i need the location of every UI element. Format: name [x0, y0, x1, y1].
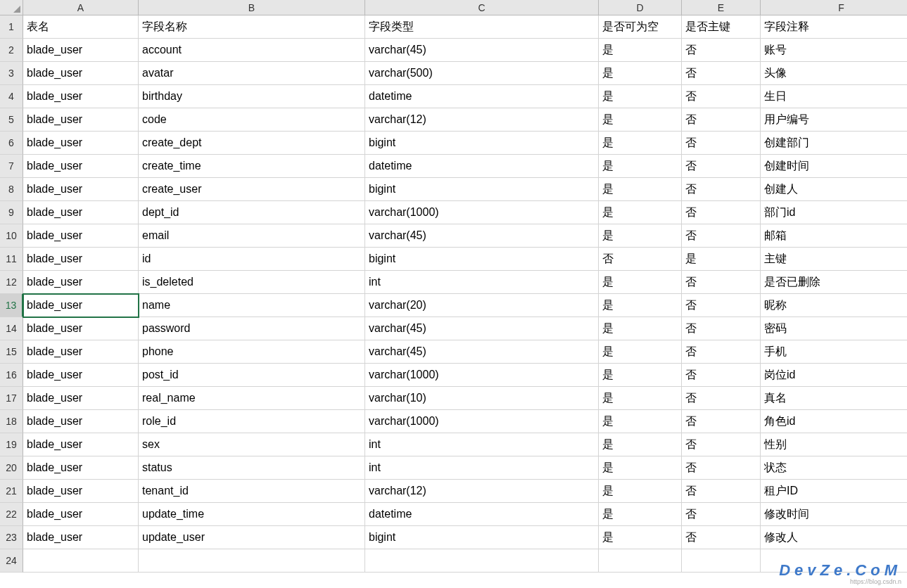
cell-E7[interactable]: 否 — [682, 155, 761, 178]
cell-F12[interactable]: 是否已删除 — [761, 271, 907, 294]
cell-C13[interactable]: varchar(20) — [365, 294, 599, 317]
cell-D17[interactable]: 是 — [599, 387, 682, 410]
cell-B24[interactable] — [139, 549, 365, 573]
cell-D9[interactable]: 是 — [599, 201, 682, 224]
row-header-21[interactable]: 21 — [0, 480, 23, 503]
cell-E18[interactable]: 否 — [682, 410, 761, 433]
cell-E8[interactable]: 否 — [682, 178, 761, 201]
cell-D22[interactable]: 是 — [599, 503, 682, 526]
cell-D21[interactable]: 是 — [599, 480, 682, 503]
cell-B6[interactable]: create_dept — [139, 132, 365, 155]
row-header-20[interactable]: 20 — [0, 456, 23, 480]
cell-B15[interactable]: phone — [139, 340, 365, 364]
cell-D20[interactable]: 是 — [599, 456, 682, 480]
row-header-10[interactable]: 10 — [0, 224, 23, 248]
cell-E11[interactable]: 是 — [682, 248, 761, 271]
cell-C7[interactable]: datetime — [365, 155, 599, 178]
cell-E24[interactable] — [682, 549, 761, 573]
cell-F7[interactable]: 创建时间 — [761, 155, 907, 178]
row-header-19[interactable]: 19 — [0, 433, 23, 456]
cell-B17[interactable]: real_name — [139, 387, 365, 410]
cell-F15[interactable]: 手机 — [761, 340, 907, 364]
cell-C16[interactable]: varchar(1000) — [365, 364, 599, 387]
cell-E6[interactable]: 否 — [682, 132, 761, 155]
cell-A20[interactable]: blade_user — [23, 456, 139, 480]
column-header-D[interactable]: D — [599, 0, 682, 15]
cell-D10[interactable]: 是 — [599, 224, 682, 248]
column-header-A[interactable]: A — [23, 0, 139, 15]
cell-F2[interactable]: 账号 — [761, 39, 907, 62]
cell-A8[interactable]: blade_user — [23, 178, 139, 201]
cell-C2[interactable]: varchar(45) — [365, 39, 599, 62]
cell-E2[interactable]: 否 — [682, 39, 761, 62]
cell-F8[interactable]: 创建人 — [761, 178, 907, 201]
cell-A5[interactable]: blade_user — [23, 108, 139, 132]
cell-A18[interactable]: blade_user — [23, 410, 139, 433]
cell-A2[interactable]: blade_user — [23, 39, 139, 62]
cell-F11[interactable]: 主键 — [761, 248, 907, 271]
cell-C23[interactable]: bigint — [365, 526, 599, 549]
row-header-3[interactable]: 3 — [0, 62, 23, 85]
cell-B3[interactable]: avatar — [139, 62, 365, 85]
cell-A15[interactable]: blade_user — [23, 340, 139, 364]
cell-B2[interactable]: account — [139, 39, 365, 62]
spreadsheet-grid[interactable]: ABCDEF1表名字段名称字段类型是否可为空是否主键字段注释2blade_use… — [0, 0, 907, 588]
cell-C5[interactable]: varchar(12) — [365, 108, 599, 132]
cell-B20[interactable]: status — [139, 456, 365, 480]
cell-A19[interactable]: blade_user — [23, 433, 139, 456]
cell-C1[interactable]: 字段类型 — [365, 15, 599, 39]
cell-C8[interactable]: bigint — [365, 178, 599, 201]
cell-A22[interactable]: blade_user — [23, 503, 139, 526]
row-header-6[interactable]: 6 — [0, 132, 23, 155]
cell-B12[interactable]: is_deleted — [139, 271, 365, 294]
cell-D2[interactable]: 是 — [599, 39, 682, 62]
cell-F24[interactable] — [761, 549, 907, 573]
cell-D12[interactable]: 是 — [599, 271, 682, 294]
cell-A4[interactable]: blade_user — [23, 85, 139, 108]
row-header-24[interactable]: 24 — [0, 549, 23, 573]
column-header-B[interactable]: B — [139, 0, 365, 15]
cell-E1[interactable]: 是否主键 — [682, 15, 761, 39]
row-header-22[interactable]: 22 — [0, 503, 23, 526]
cell-D23[interactable]: 是 — [599, 526, 682, 549]
cell-B4[interactable]: birthday — [139, 85, 365, 108]
cell-F18[interactable]: 角色id — [761, 410, 907, 433]
cell-A1[interactable]: 表名 — [23, 15, 139, 39]
cell-C22[interactable]: datetime — [365, 503, 599, 526]
cell-F9[interactable]: 部门id — [761, 201, 907, 224]
cell-A7[interactable]: blade_user — [23, 155, 139, 178]
cell-D6[interactable]: 是 — [599, 132, 682, 155]
cell-C18[interactable]: varchar(1000) — [365, 410, 599, 433]
row-header-17[interactable]: 17 — [0, 387, 23, 410]
cell-D19[interactable]: 是 — [599, 433, 682, 456]
column-header-E[interactable]: E — [682, 0, 761, 15]
cell-E19[interactable]: 否 — [682, 433, 761, 456]
cell-E14[interactable]: 否 — [682, 317, 761, 340]
cell-D24[interactable] — [599, 549, 682, 573]
row-header-14[interactable]: 14 — [0, 317, 23, 340]
cell-F1[interactable]: 字段注释 — [761, 15, 907, 39]
cell-B9[interactable]: dept_id — [139, 201, 365, 224]
row-header-8[interactable]: 8 — [0, 178, 23, 201]
cell-B22[interactable]: update_time — [139, 503, 365, 526]
cell-F16[interactable]: 岗位id — [761, 364, 907, 387]
cell-E15[interactable]: 否 — [682, 340, 761, 364]
cell-C6[interactable]: bigint — [365, 132, 599, 155]
cell-C20[interactable]: int — [365, 456, 599, 480]
cell-E12[interactable]: 否 — [682, 271, 761, 294]
cell-C19[interactable]: int — [365, 433, 599, 456]
cell-D5[interactable]: 是 — [599, 108, 682, 132]
row-header-7[interactable]: 7 — [0, 155, 23, 178]
row-header-9[interactable]: 9 — [0, 201, 23, 224]
cell-C15[interactable]: varchar(45) — [365, 340, 599, 364]
row-header-1[interactable]: 1 — [0, 15, 23, 39]
cell-B1[interactable]: 字段名称 — [139, 15, 365, 39]
cell-D16[interactable]: 是 — [599, 364, 682, 387]
cell-C4[interactable]: datetime — [365, 85, 599, 108]
cell-F3[interactable]: 头像 — [761, 62, 907, 85]
cell-F13[interactable]: 昵称 — [761, 294, 907, 317]
cell-E4[interactable]: 否 — [682, 85, 761, 108]
cell-D18[interactable]: 是 — [599, 410, 682, 433]
cell-F23[interactable]: 修改人 — [761, 526, 907, 549]
cell-A11[interactable]: blade_user — [23, 248, 139, 271]
